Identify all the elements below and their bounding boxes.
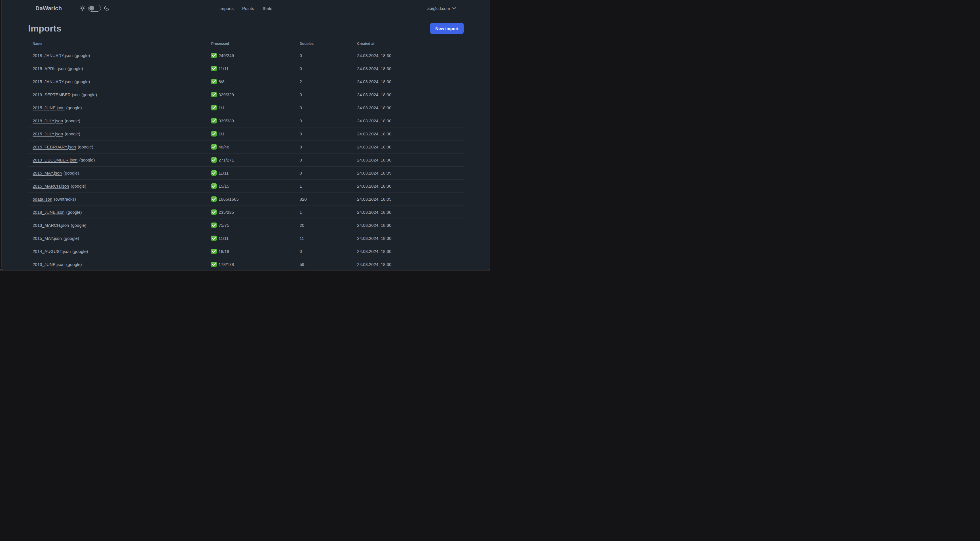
imports-table-body: 2018_JANUARY.json(google) 249/249 0 24.0… [28,49,464,270]
table-row: 2013_MARCH.json(google) 75/75 20 24.03.2… [28,219,464,231]
navbar: DaWarIch Imports [2,0,490,16]
table-row: 2018_JUNE.json(google) 235/235 1 24.03.2… [28,206,464,219]
doubles-cell: 0 [295,114,353,127]
import-file-link[interactable]: 2015_MAY.json [33,171,62,176]
import-name-cell: 2015_MAY.json(google) [28,166,207,179]
nav-link-points[interactable]: Points [242,6,254,11]
import-name-cell: 2015_FEBRUARY.json(google) [28,140,207,153]
table-row: 2015_JANUARY.json(google) 8/8 2 24.03.20… [28,75,464,88]
column-header-name: Name [28,38,207,49]
green-check-mark-icon [211,223,216,228]
import-file-link[interactable]: 2018_JUNE.json [33,210,65,215]
import-name-cell: 2018_JULY.json(google) [28,114,207,127]
import-file-link[interactable]: 2015_MAY.json [33,236,62,241]
processed-count: 11/11 [219,171,229,176]
new-import-button[interactable]: New import [430,23,464,34]
processed-count: 329/329 [219,92,234,97]
processed-cell: 178/178 [207,258,295,270]
table-row: 2015_JUNE.json(google) 1/1 0 24.03.2024,… [28,101,464,114]
doubles-cell: 0 [295,245,353,258]
green-check-mark-icon [211,92,216,97]
processed-count: 11/11 [219,66,229,71]
nav-link-imports[interactable]: Imports [220,6,234,11]
green-check-mark-icon [211,79,216,84]
doubles-cell: 0 [295,127,353,140]
import-file-link[interactable]: 2019_DECEMBER.json [33,158,77,162]
table-row: 2015_APRIL.json(google) 11/11 0 24.03.20… [28,62,464,75]
green-check-mark-icon [211,144,216,150]
processed-cell: 11/11 [207,166,295,179]
chevron-down-icon [452,7,456,10]
processed-cell: 271/271 [207,153,295,166]
created-at-cell: 24.03.2024, 18:30 [352,153,464,166]
import-file-link[interactable]: 2019_SEPTEMBER.json [33,92,80,97]
sun-icon [80,5,86,11]
page-title: Imports [28,23,61,34]
processed-count: 339/339 [219,118,234,123]
import-file-link[interactable]: odata.json [33,197,52,201]
processed-cell: 235/235 [207,206,295,219]
import-source: (owntracks) [54,197,76,201]
user-menu[interactable]: ab@cd.com [427,6,456,11]
import-file-link[interactable]: 2015_MARCH.json [33,184,69,188]
doubles-cell: 0 [295,62,353,75]
created-at-cell: 24.03.2024, 18:30 [352,219,464,231]
import-file-link[interactable]: 2018_JANUARY.json [33,53,73,58]
app-logo[interactable]: DaWarIch [35,5,62,12]
created-at-cell: 24.03.2024, 18:30 [352,179,464,192]
theme-toggle[interactable] [88,5,101,12]
nav-link-stats[interactable]: Stats [262,6,272,11]
import-file-link[interactable]: 2015_FEBRUARY.json [33,144,76,149]
created-at-cell: 24.03.2024, 18:30 [352,75,464,88]
import-name-cell: 2014_AUGUST.json(google) [28,245,207,258]
moon-icon [103,5,110,11]
import-name-cell: 2015_JANUARY.json(google) [28,75,207,88]
table-row: 2018_JANUARY.json(google) 249/249 0 24.0… [28,49,464,62]
table-row: 2015_JULY.json(google) 1/1 0 24.03.2024,… [28,127,464,140]
green-check-mark-icon [211,118,216,123]
import-file-link[interactable]: 2014_AUGUST.json [33,249,71,254]
green-check-mark-icon [211,209,216,215]
created-at-cell: 24.03.2024, 18:30 [352,140,464,153]
processed-cell: 8/8 [207,75,295,88]
processed-cell: 329/329 [207,88,295,101]
import-file-link[interactable]: 2015_JULY.json [33,131,63,136]
import-source: (google) [72,249,88,254]
import-source: (google) [71,223,86,228]
created-at-cell: 24.03.2024, 18:30 [352,206,464,219]
import-file-link[interactable]: 2015_JUNE.json [33,105,65,110]
column-header-doubles: Doubles [295,38,353,49]
import-source: (google) [66,210,82,215]
doubles-cell: 0 [295,49,353,62]
processed-count: 271/271 [219,158,234,162]
processed-count: 249/249 [219,53,234,58]
processed-count: 48/48 [219,144,229,149]
import-source: (google) [67,66,83,71]
import-source: (google) [74,79,90,84]
import-file-link[interactable]: 2015_JANUARY.json [33,79,73,84]
table-row: 2018_JULY.json(google) 339/339 0 24.03.2… [28,114,464,127]
created-at-cell: 24.03.2024, 18:30 [352,114,464,127]
import-name-cell: 2015_APRIL.json(google) [28,62,207,75]
imports-table-header: Name Processed Doubles Created at [28,38,464,49]
import-file-link[interactable]: 2018_JULY.json [33,118,63,123]
import-file-link[interactable]: 2013_JUNE.json [33,262,65,267]
import-source: (google) [71,184,86,188]
import-source: (google) [81,92,97,97]
table-row: 2015_MAY.json(google) 11/11 11 24.03.202… [28,231,464,245]
import-file-link[interactable]: 2015_APRIL.json [33,66,66,71]
created-at-cell: 24.03.2024, 18:30 [352,245,464,258]
import-file-link[interactable]: 2013_MARCH.json [33,223,69,228]
processed-count: 1/1 [219,105,224,110]
processed-cell: 11/11 [207,231,295,245]
import-name-cell: 2018_JUNE.json(google) [28,206,207,219]
green-check-mark-icon [211,184,216,189]
green-check-mark-icon [211,262,216,267]
table-row: 2019_DECEMBER.json(google) 271/271 0 24.… [28,153,464,166]
doubles-cell: 1 [295,179,353,192]
processed-cell: 1/1 [207,127,295,140]
import-source: (google) [65,131,80,136]
import-source: (google) [64,171,79,176]
processed-count: 178/178 [219,262,234,267]
created-at-cell: 24.03.2024, 18:30 [352,88,464,101]
